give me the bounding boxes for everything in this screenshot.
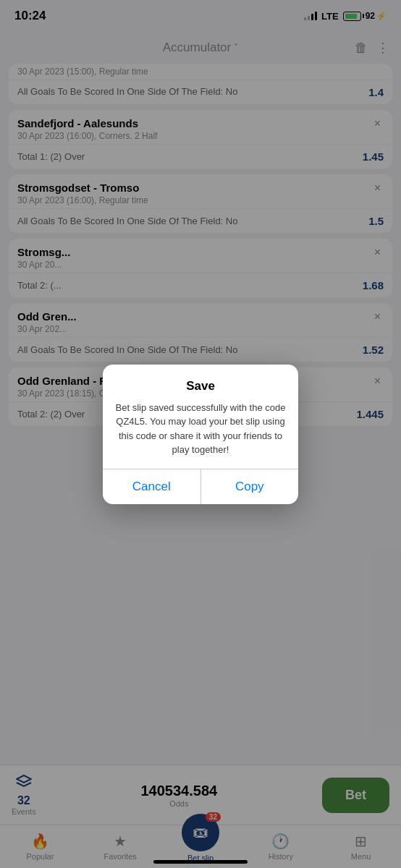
- modal-overlay: Save Bet slip saved successfully with th…: [0, 0, 401, 868]
- cancel-button[interactable]: Cancel: [103, 469, 201, 504]
- save-modal: Save Bet slip saved successfully with th…: [103, 365, 298, 504]
- modal-buttons: Cancel Copy: [103, 469, 298, 504]
- modal-content: Save Bet slip saved successfully with th…: [103, 365, 298, 469]
- copy-button[interactable]: Copy: [201, 469, 299, 504]
- modal-title: Save: [114, 379, 287, 393]
- modal-message: Bet slip saved successfully with the cod…: [114, 401, 287, 457]
